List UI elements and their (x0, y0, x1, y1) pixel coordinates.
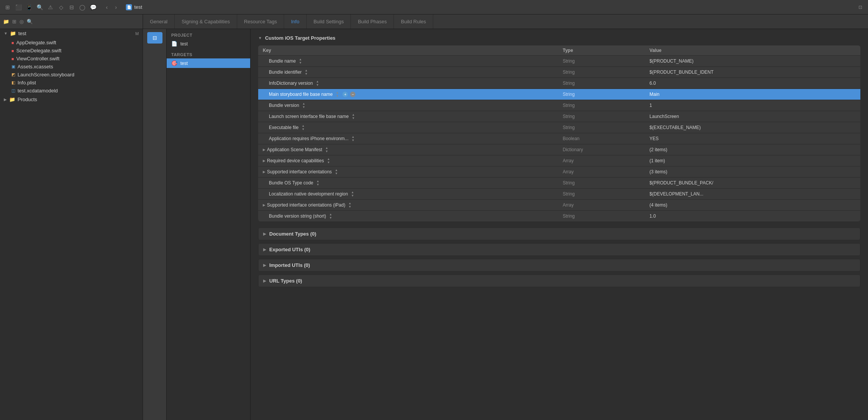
file-inspector-icon[interactable]: ⊟ (147, 32, 162, 44)
table-row[interactable]: ▶ Application Scene Manifest ▲▼ Dictiona… (258, 144, 860, 155)
storyboard-icon: ◩ (11, 72, 15, 77)
tab-general[interactable]: General (143, 15, 175, 29)
table-row[interactable]: ▶ Required device capabilities ▲▼ Array(… (258, 155, 860, 166)
stepper[interactable]: ▲▼ (351, 191, 354, 197)
products-row[interactable]: ▶ 📁 Products (0, 95, 143, 103)
table-row[interactable]: Main storyboard file base name ▲▼ + − St… (258, 89, 860, 100)
table-row[interactable]: ▶ Supported interface orientations (iPad… (258, 200, 860, 211)
stepper[interactable]: ▲▼ (352, 135, 355, 142)
key-text: Bundle version string (short) (269, 213, 326, 219)
warning-icon[interactable]: ⚠ (47, 3, 54, 11)
type-cell: Array (558, 166, 645, 178)
value-cell[interactable]: Main (645, 89, 860, 100)
table-row[interactable]: InfoDictionary version ▲▼ String6.0 (258, 78, 860, 89)
stepper[interactable]: ▲▼ (352, 113, 355, 120)
collapsible-header[interactable]: ▶ Exported UTIs (0) (258, 243, 860, 256)
project-badge: M (135, 31, 139, 36)
collapsible-header[interactable]: ▶ URL Types (0) (258, 275, 860, 287)
value-cell: $(DEVELOPMENT_LAN... (645, 189, 860, 200)
table-row[interactable]: Bundle identifier ▲▼ String$(PRODUCT_BUN… (258, 67, 860, 78)
stepper[interactable]: ▲▼ (325, 146, 328, 153)
toolbar-title: 📄 test (126, 4, 142, 10)
nav-forward-button[interactable]: › (112, 3, 120, 11)
root-project-row[interactable]: ▼ 📁 test M (0, 29, 143, 38)
folder-icon[interactable]: 📁 (3, 19, 9, 24)
file-xcdatamodeld[interactable]: ◫ test.xcdatamodeld (0, 87, 143, 95)
file-viewcontroller[interactable]: ■ ViewController.swift (0, 55, 143, 63)
tab-build-rules[interactable]: Build Rules (394, 15, 433, 29)
stepper[interactable]: ▲▼ (329, 213, 332, 220)
find-icon[interactable]: 🔍 (27, 19, 33, 24)
message-icon[interactable]: 💬 (89, 3, 97, 11)
collapsible-header[interactable]: ▶ Document Types (0) (258, 228, 860, 240)
type-cell: Array (558, 200, 645, 211)
file-infoplist[interactable]: ◧ Info.plist (0, 79, 143, 87)
target-item-test[interactable]: 🎯 test (167, 58, 250, 68)
tab-build-phases[interactable]: Build Phases (351, 15, 394, 29)
add-icon[interactable]: + (342, 92, 348, 97)
stepper[interactable]: ▲▼ (299, 58, 302, 65)
sidebar-toggle-icon[interactable]: ⊡ (857, 3, 864, 11)
stepper[interactable]: ▲▼ (316, 80, 319, 87)
value-header: Value (645, 45, 860, 56)
table-header-row: Key Type Value (258, 45, 860, 56)
table-row[interactable]: Bundle name ▲▼ String$(PRODUCT_NAME) (258, 56, 860, 67)
expand-chevron[interactable]: ▶ (263, 203, 265, 207)
file-scenedelegate[interactable]: ■ SceneDelegate.swift (0, 47, 143, 55)
expand-chevron[interactable]: ▶ (263, 159, 265, 163)
key-text: InfoDictionary version (269, 81, 313, 86)
breakpoint-icon[interactable]: ◯ (79, 3, 86, 11)
stepper[interactable]: ▲▼ (348, 202, 351, 208)
table-row[interactable]: Bundle version string (short) ▲▼ String1… (258, 211, 860, 222)
tab-build-settings[interactable]: Build Settings (307, 15, 351, 29)
key-text: Supported interface orientations (267, 169, 332, 174)
key-text: Bundle identifier (269, 69, 302, 75)
stepper[interactable]: ▲▼ (317, 179, 320, 186)
file-name: Assets.xcassets (18, 64, 53, 69)
table-row[interactable]: Localization native development region ▲… (258, 189, 860, 200)
expand-chevron[interactable]: ▶ (263, 148, 265, 152)
tab-resource-tags[interactable]: Resource Tags (237, 15, 284, 29)
table-row[interactable]: Bundle version ▲▼ String1 (258, 100, 860, 111)
stepper[interactable]: ▲▼ (302, 102, 305, 109)
table-row[interactable]: Application requires iPhone environm... … (258, 133, 860, 144)
inspector-sidebar: ⊟ (143, 29, 167, 420)
expand-chevron[interactable]: ▶ (263, 170, 265, 174)
tab-signing[interactable]: Signing & Capabilities (175, 15, 237, 29)
stop-icon[interactable]: ⬛ (14, 3, 22, 11)
table-row[interactable]: Launch screen interface file base name ▲… (258, 111, 860, 122)
tab-info[interactable]: Info (284, 15, 307, 29)
section-chevron[interactable]: ▼ (258, 36, 262, 40)
table-row[interactable]: Bundle OS Type code ▲▼ String$(PRODUCT_B… (258, 178, 860, 189)
editor-tabs: General Signing & Capabilities Resource … (143, 15, 868, 29)
value-cell: LaunchScreen (645, 111, 860, 122)
grid-view-icon[interactable]: ⊞ (4, 3, 11, 11)
type-cell: String (558, 67, 645, 78)
file-launchscreen[interactable]: ◩ LaunchScreen.storyboard (0, 71, 143, 79)
git-icon[interactable]: ⊞ (12, 19, 16, 24)
table-row[interactable]: Executable file ▲▼ String$(EXECUTABLE_NA… (258, 122, 860, 133)
type-cell: String (558, 178, 645, 189)
symbol-icon[interactable]: ◎ (19, 19, 24, 24)
file-appdelegate[interactable]: ■ AppDelegate.swift (0, 39, 143, 47)
stepper[interactable]: ▲▼ (336, 91, 339, 98)
code-review-icon[interactable]: ◇ (57, 3, 65, 11)
stepper[interactable]: ▲▼ (327, 157, 330, 164)
key-cell: Bundle version string (short) ▲▼ (258, 211, 558, 222)
stepper[interactable]: ▲▼ (335, 168, 338, 175)
search-icon[interactable]: 🔍 (36, 3, 43, 11)
table-row[interactable]: ▶ Supported interface orientations ▲▼ Ar… (258, 166, 860, 178)
remove-icon[interactable]: − (350, 92, 355, 97)
section-title: Custom iOS Target Properties (265, 35, 336, 41)
collapsible-header[interactable]: ▶ Imported UTIs (0) (258, 259, 860, 271)
file-assets[interactable]: ▣ Assets.xcassets (0, 63, 143, 71)
key-cell: Localization native development region ▲… (258, 189, 558, 200)
stepper[interactable]: ▲▼ (305, 69, 308, 76)
ui-editor-icon[interactable]: ⊟ (68, 3, 76, 11)
file-name: LaunchScreen.storyboard (18, 72, 74, 78)
device-icon[interactable]: 📱 (25, 3, 33, 11)
key-text: Bundle name (269, 58, 296, 64)
stepper[interactable]: ▲▼ (302, 124, 305, 131)
nav-back-button[interactable]: ‹ (103, 3, 111, 11)
project-item-test[interactable]: 📄 test (167, 39, 250, 48)
